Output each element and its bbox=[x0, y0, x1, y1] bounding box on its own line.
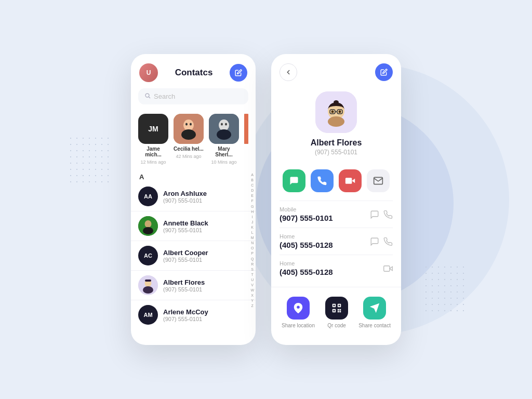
user-avatar[interactable]: U bbox=[139, 63, 158, 82]
section-a-label: A bbox=[131, 170, 256, 182]
contact-item-aron[interactable]: AA Aron Ashluxe (907) 555-0101 bbox=[131, 182, 256, 211]
contact-phone-arlene: (907) 555-0101 bbox=[163, 316, 208, 322]
qr-code-item[interactable]: Qr code bbox=[325, 297, 348, 328]
contact-name-annette: Annette Black bbox=[163, 219, 208, 227]
recent-contacts-row: JM Jame mich... 12 Mins ago Ce bbox=[131, 111, 256, 170]
recent-time-jm: 12 Mins ago bbox=[140, 159, 166, 165]
svg-point-3 bbox=[183, 119, 194, 131]
contact-phone-aron: (907) 555-0101 bbox=[163, 197, 207, 204]
recent-initials-jm: JM bbox=[148, 125, 158, 133]
mobile-number: (907) 555-0101 bbox=[280, 214, 333, 222]
message-action-button[interactable] bbox=[283, 169, 305, 192]
home2-label: Home bbox=[280, 260, 333, 267]
recent-name-cecilia: Cecilia hel... bbox=[174, 146, 204, 152]
contact-name-aron: Aron Ashluxe bbox=[163, 190, 207, 197]
recent-avatar-jm: JM bbox=[138, 114, 168, 144]
detail-header bbox=[271, 54, 401, 87]
svg-rect-31 bbox=[384, 266, 390, 272]
svg-point-32 bbox=[297, 305, 300, 309]
call-action-button[interactable] bbox=[311, 169, 334, 192]
profile-avatar bbox=[315, 91, 357, 133]
recent-name-jm: Jame mich... bbox=[138, 146, 168, 157]
search-icon bbox=[144, 92, 151, 100]
home1-chat-icon[interactable] bbox=[370, 237, 379, 248]
svg-point-4 bbox=[181, 129, 196, 140]
home2-number: (405) 555-0128 bbox=[280, 268, 333, 276]
recent-avatar-extra bbox=[244, 114, 248, 144]
qr-code-icon bbox=[325, 297, 348, 320]
svg-rect-41 bbox=[338, 311, 339, 313]
contact-item-annette[interactable]: Annette Black (907) 555-0101 bbox=[131, 211, 256, 241]
recent-contact-jm[interactable]: JM Jame mich... 12 Mins ago bbox=[138, 114, 168, 165]
share-contact-icon bbox=[363, 297, 386, 320]
edit-contacts-button[interactable] bbox=[230, 64, 247, 82]
mobile-label: Mobile bbox=[280, 206, 333, 212]
alphabet-index: A B C D E F G H I J K L M N O P Q R S T … bbox=[250, 172, 254, 308]
recent-contact-extra[interactable] bbox=[244, 114, 248, 165]
mobile-chat-icon[interactable] bbox=[370, 210, 379, 221]
back-button[interactable] bbox=[280, 63, 297, 81]
svg-point-10 bbox=[221, 123, 223, 126]
contact-phone-annette: (907) 555-0101 bbox=[163, 227, 208, 233]
recent-avatar-mary bbox=[209, 114, 239, 144]
svg-point-13 bbox=[145, 220, 152, 228]
share-contact-item[interactable]: Share contact bbox=[358, 297, 391, 328]
contact-phone-albert-flores: (907) 555-0101 bbox=[163, 286, 205, 292]
mobile-call-icon[interactable] bbox=[383, 210, 393, 221]
contact-avatar-albert-flores bbox=[138, 275, 158, 295]
contact-item-albert-flores[interactable]: Albert Flores (907) 555-0101 bbox=[131, 271, 256, 300]
contacts-list-phone: U Contatcs Search J bbox=[131, 54, 256, 345]
contact-name-arlene: Arlene McCoy bbox=[163, 308, 208, 316]
recent-avatar-cecilia bbox=[174, 114, 204, 144]
home1-label: Home bbox=[280, 233, 333, 240]
svg-line-1 bbox=[149, 97, 150, 98]
svg-marker-28 bbox=[352, 179, 355, 183]
recent-time-mary: 10 Mins ago bbox=[211, 159, 236, 165]
contact-name-albert-cooper: Albert Cooper bbox=[163, 249, 208, 257]
email-action-button[interactable] bbox=[367, 169, 390, 192]
contact-name-albert-flores: Albert Flores bbox=[163, 278, 205, 286]
svg-point-17 bbox=[143, 286, 153, 294]
svg-rect-18 bbox=[145, 280, 151, 282]
share-location-icon bbox=[287, 297, 310, 320]
video-action-button[interactable] bbox=[339, 169, 362, 192]
svg-rect-34 bbox=[334, 305, 335, 307]
svg-rect-29 bbox=[345, 178, 352, 184]
qr-code-label: Qr code bbox=[327, 323, 346, 328]
share-location-item[interactable]: Share location bbox=[282, 297, 315, 328]
search-placeholder: Search bbox=[154, 92, 175, 100]
home1-call-icon[interactable] bbox=[383, 237, 393, 248]
search-bar[interactable]: Search bbox=[138, 88, 248, 104]
contact-detail-phone: Albert Flores (907) 555-0101 bbox=[271, 54, 401, 345]
recent-contact-cecilia[interactable]: Cecilia hel... 42 Mins ago bbox=[174, 114, 204, 165]
contacts-title: Contatcs bbox=[175, 68, 213, 78]
contacts-header: U Contatcs bbox=[131, 54, 256, 88]
contact-item-albert-cooper[interactable]: AC Albert Cooper (907) 555-0101 bbox=[131, 241, 256, 271]
home2-video-icon[interactable] bbox=[383, 264, 393, 275]
svg-rect-42 bbox=[340, 311, 341, 313]
edit-contact-button[interactable] bbox=[375, 63, 393, 81]
svg-point-26 bbox=[339, 111, 341, 113]
recent-time-cecilia: 42 Mins ago bbox=[176, 154, 201, 159]
svg-point-0 bbox=[145, 94, 149, 97]
svg-point-11 bbox=[225, 123, 227, 126]
svg-rect-36 bbox=[339, 305, 340, 307]
contact-avatar-arlene: AM bbox=[138, 305, 158, 325]
share-location-label: Share location bbox=[282, 323, 315, 328]
contact-item-arlene[interactable]: AM Arlene McCoy (907) 555-0101 bbox=[131, 300, 256, 329]
svg-point-5 bbox=[185, 123, 188, 126]
svg-point-6 bbox=[190, 123, 192, 126]
phones-container: U Contatcs Search J bbox=[131, 54, 401, 345]
home1-number: (405) 555-0128 bbox=[280, 241, 333, 249]
svg-rect-40 bbox=[340, 309, 341, 311]
contact-profile: Albert Flores (907) 555-0101 bbox=[271, 87, 401, 164]
contact-avatar-albert-cooper: AC bbox=[138, 246, 158, 265]
contact-phone-albert-cooper: (907) 555-0101 bbox=[163, 257, 208, 263]
recent-name-mary: Mary Sherl... bbox=[209, 146, 239, 157]
detail-row-home1: Home (405) 555-0128 bbox=[271, 228, 401, 255]
svg-rect-39 bbox=[338, 309, 339, 311]
svg-point-27 bbox=[328, 116, 344, 127]
recent-contact-mary[interactable]: Mary Sherl... 10 Mins ago bbox=[209, 114, 239, 165]
detail-row-home2: Home (405) 555-0128 bbox=[271, 255, 401, 282]
svg-marker-44 bbox=[370, 303, 379, 313]
